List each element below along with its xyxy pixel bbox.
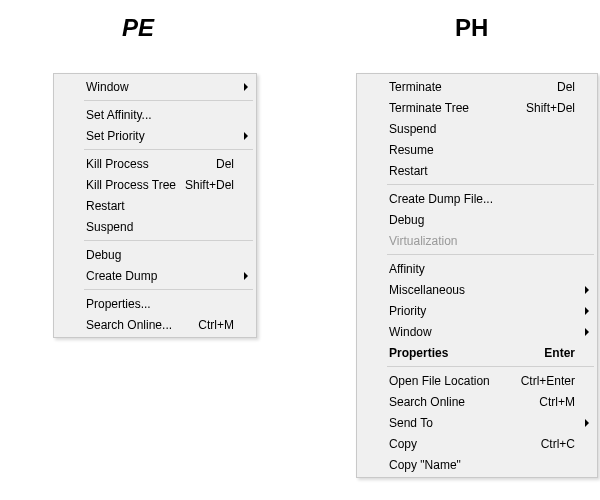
menu-item-label: Set Affinity...	[86, 108, 234, 122]
menu-item-label: Priority	[389, 304, 575, 318]
ph-item-search-online[interactable]: Search OnlineCtrl+M	[359, 391, 595, 412]
menu-item-label: Create Dump File...	[389, 192, 575, 206]
menu-item-shortcut: Ctrl+Enter	[521, 374, 575, 388]
ph-item-properties[interactable]: PropertiesEnter	[359, 342, 595, 363]
ph-item-open-file-location[interactable]: Open File LocationCtrl+Enter	[359, 370, 595, 391]
menu-item-label: Kill Process Tree	[86, 178, 185, 192]
ph-item-create-dump-file[interactable]: Create Dump File...	[359, 188, 595, 209]
menu-item-label: Send To	[389, 416, 575, 430]
menu-item-label: Copy	[389, 437, 541, 451]
menu-item-label: Create Dump	[86, 269, 234, 283]
menu-item-shortcut: Del	[216, 157, 234, 171]
ph-item-send-to[interactable]: Send To	[359, 412, 595, 433]
menu-item-label: Affinity	[389, 262, 575, 276]
menu-item-label: Window	[86, 80, 234, 94]
ph-item-suspend[interactable]: Suspend	[359, 118, 595, 139]
menu-item-label: Search Online...	[86, 318, 198, 332]
heading-ph: PH	[455, 14, 488, 42]
menu-item-shortcut: Del	[557, 80, 575, 94]
ph-item-window[interactable]: Window	[359, 321, 595, 342]
menu-item-shortcut: Ctrl+M	[198, 318, 234, 332]
menu-item-label: Terminate	[389, 80, 557, 94]
pe-item-restart[interactable]: Restart	[56, 195, 254, 216]
pe-item-kill-process[interactable]: Kill ProcessDel	[56, 153, 254, 174]
pe-item-window[interactable]: Window	[56, 76, 254, 97]
pe-item-search-online[interactable]: Search Online...Ctrl+M	[56, 314, 254, 335]
menu-item-label: Miscellaneous	[389, 283, 575, 297]
chevron-right-icon	[585, 286, 589, 294]
menu-item-label: Copy "Name"	[389, 458, 575, 472]
pe-item-debug[interactable]: Debug	[56, 244, 254, 265]
menu-item-shortcut: Enter	[544, 346, 575, 360]
chevron-right-icon	[585, 419, 589, 427]
menu-item-label: Properties...	[86, 297, 234, 311]
pe-item-kill-process-tree[interactable]: Kill Process TreeShift+Del	[56, 174, 254, 195]
pe-separator	[84, 289, 253, 290]
pe-separator	[84, 240, 253, 241]
context-menu-pe: WindowSet Affinity...Set PriorityKill Pr…	[53, 73, 257, 338]
menu-item-label: Restart	[86, 199, 234, 213]
context-menu-ph: TerminateDelTerminate TreeShift+DelSuspe…	[356, 73, 598, 478]
chevron-right-icon	[244, 272, 248, 280]
menu-item-shortcut: Ctrl+M	[539, 395, 575, 409]
pe-item-properties[interactable]: Properties...	[56, 293, 254, 314]
ph-item-virtualization: Virtualization	[359, 230, 595, 251]
ph-item-copy-name[interactable]: Copy "Name"	[359, 454, 595, 475]
ph-item-terminate-tree[interactable]: Terminate TreeShift+Del	[359, 97, 595, 118]
pe-item-set-priority[interactable]: Set Priority	[56, 125, 254, 146]
menu-item-label: Resume	[389, 143, 575, 157]
menu-item-label: Suspend	[86, 220, 234, 234]
chevron-right-icon	[244, 83, 248, 91]
menu-item-label: Virtualization	[389, 234, 575, 248]
chevron-right-icon	[585, 307, 589, 315]
pe-item-set-affinity[interactable]: Set Affinity...	[56, 104, 254, 125]
heading-pe: PE	[122, 14, 154, 42]
pe-separator	[84, 100, 253, 101]
menu-item-label: Kill Process	[86, 157, 216, 171]
menu-item-label: Properties	[389, 346, 544, 360]
menu-item-label: Debug	[86, 248, 234, 262]
ph-item-restart[interactable]: Restart	[359, 160, 595, 181]
menu-item-label: Restart	[389, 164, 575, 178]
menu-item-label: Search Online	[389, 395, 539, 409]
ph-item-affinity[interactable]: Affinity	[359, 258, 595, 279]
ph-separator	[387, 184, 594, 185]
menu-item-label: Debug	[389, 213, 575, 227]
ph-item-terminate[interactable]: TerminateDel	[359, 76, 595, 97]
menu-item-label: Open File Location	[389, 374, 521, 388]
ph-separator	[387, 254, 594, 255]
menu-item-label: Window	[389, 325, 575, 339]
ph-separator	[387, 366, 594, 367]
menu-item-shortcut: Shift+Del	[526, 101, 575, 115]
menu-item-shortcut: Shift+Del	[185, 178, 234, 192]
menu-item-label: Terminate Tree	[389, 101, 526, 115]
pe-separator	[84, 149, 253, 150]
ph-item-miscellaneous[interactable]: Miscellaneous	[359, 279, 595, 300]
menu-item-label: Set Priority	[86, 129, 234, 143]
chevron-right-icon	[244, 132, 248, 140]
ph-item-resume[interactable]: Resume	[359, 139, 595, 160]
chevron-right-icon	[585, 328, 589, 336]
menu-item-label: Suspend	[389, 122, 575, 136]
pe-item-suspend[interactable]: Suspend	[56, 216, 254, 237]
menu-item-shortcut: Ctrl+C	[541, 437, 575, 451]
pe-item-create-dump[interactable]: Create Dump	[56, 265, 254, 286]
ph-item-priority[interactable]: Priority	[359, 300, 595, 321]
ph-item-debug[interactable]: Debug	[359, 209, 595, 230]
ph-item-copy[interactable]: CopyCtrl+C	[359, 433, 595, 454]
